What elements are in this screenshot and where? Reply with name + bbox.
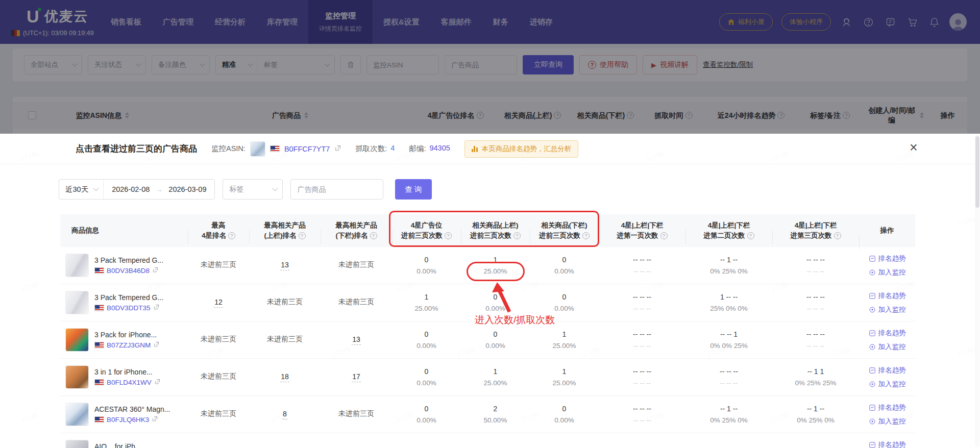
modal-query-button[interactable]: 查 询 [395,179,431,200]
product-info-cell: 3 in 1 for iPhone... B0FLD4X1WV [60,365,188,389]
help-icon[interactable] [299,232,306,239]
rank-trend-link[interactable]: 排名趋势 [869,366,906,375]
external-link-icon[interactable] [152,267,158,275]
product-image[interactable] [65,254,89,277]
page2-count-cell: 1 -- --25% 0% 0% [685,293,772,312]
external-link-icon[interactable] [154,379,160,386]
rank-trend-link[interactable]: 排名趋势 [869,440,906,448]
range-preset-select[interactable]: 近30天 [59,180,104,199]
bar-chart-icon [472,146,478,152]
row-actions-cell: 排名趋势 加入监控 [859,366,915,389]
product-image[interactable] [65,440,89,448]
product-info-cell: ACESTAR 360° Magn... B0FJLQ6HK3 [60,403,188,426]
external-link-icon[interactable] [334,145,341,153]
trend-chart-icon [869,255,876,262]
col-page1-count: 4星|上栏|下栏进第一页次数 [599,220,685,241]
asin-label: 监控ASIN: [211,144,246,154]
best-4star-cell[interactable]: 未进前三页 [188,335,249,345]
trend-chart-icon [869,441,876,448]
product-asin-link[interactable]: B0FLD4X1WV [107,379,152,386]
help-icon[interactable] [582,232,590,239]
product-title[interactable]: AIO... for iPh... [94,442,141,448]
external-link-icon[interactable] [152,416,158,424]
help-icon[interactable] [834,232,841,239]
page3-count-cell: -- -- ---- -- -- [772,330,859,350]
help-icon[interactable] [370,232,377,239]
help-icon[interactable] [660,232,668,239]
target-icon [869,381,876,388]
best-related-top-cell[interactable]: 8 [249,410,321,419]
best-related-bottom-cell[interactable]: 13 [321,335,392,345]
start-date[interactable]: 2026-02-08 [112,185,150,193]
crawl-count-value: 4 [390,144,395,154]
product-title[interactable]: 3 in 1 for iPhone... [94,368,160,376]
page1-count-cell: -- -- ---- -- -- [599,367,685,387]
best-4star-cell[interactable]: 未进前三页 [188,260,249,270]
best-related-top-cell[interactable]: 未进前三页 [249,297,321,308]
external-link-icon[interactable] [153,341,159,349]
modal-scrollbar[interactable] [975,135,979,447]
count-related-top-cell: 00.00% [461,293,530,312]
modal-ad-product-input[interactable] [290,179,383,200]
product-title[interactable]: 3 Pack Tempered G... [94,293,163,302]
product-asin-link[interactable]: B0FJLQ6HK3 [107,416,149,424]
help-icon[interactable] [747,232,754,239]
best-related-top-cell[interactable]: 未进前三页 [249,335,321,345]
external-link-icon[interactable] [153,304,159,312]
modal-title: 点击查看进过前三页的广告商品 [76,143,197,155]
page: U 优麦云 (UTC+1): 03/09 09:19:49 销售看板 广告管理 … [0,0,980,448]
product-image[interactable] [65,291,89,314]
help-icon[interactable] [445,232,452,239]
best-4star-cell[interactable]: 未进前三页 [188,372,249,382]
close-icon[interactable]: × [910,141,918,155]
table-row: ACESTAR 360° Magn... B0FJLQ6HK3 未进前三页 8 … [60,396,915,433]
rank-trend-link[interactable]: 排名趋势 [869,254,906,263]
page-trend-summary-button[interactable]: 本页商品排名趋势，汇总分析 [464,140,579,158]
product-title[interactable]: 3 Pack for iPhone... [94,331,159,339]
add-monitor-link[interactable]: 加入监控 [869,305,906,314]
best-related-bottom-cell[interactable]: 未进前三页 [321,260,392,270]
rank-trend-link[interactable]: 排名趋势 [869,291,906,301]
scrollbar-thumb[interactable] [975,136,979,208]
add-monitor-link[interactable]: 加入监控 [869,268,906,277]
best-related-bottom-cell[interactable]: 未进前三页 [321,409,392,419]
add-monitor-link[interactable]: 加入监控 [869,417,906,426]
best-related-bottom-cell[interactable]: 17 [321,372,392,382]
trend-chart-icon [869,404,876,411]
help-icon[interactable] [228,232,235,239]
product-title[interactable]: 3 Pack Tempered G... [94,256,163,264]
best-related-top-cell[interactable]: 13 [249,261,321,270]
help-icon[interactable] [513,232,521,239]
best-4star-cell[interactable]: 12 [188,298,249,308]
rank-trend-link[interactable]: 排名趋势 [869,403,906,412]
col-best-4star: 最高4星排名 [188,220,249,241]
rank-trend-link[interactable]: 排名趋势 [869,329,906,338]
count-4star-cell: 125.00% [392,293,461,312]
product-asin-link[interactable]: B0DV3B46D8 [107,267,150,275]
count-4star-cell: 00.00% [392,330,461,350]
best-4star-cell[interactable]: 未进前三页 [188,409,249,419]
col-related-top-top3-count: 相关商品(上栏)进前三页次数 [461,220,530,241]
best-related-top-cell[interactable]: 18 [249,372,321,382]
trend-chart-icon [869,367,876,374]
add-monitor-link[interactable]: 加入监控 [869,380,906,389]
col-best-related-bottom: 最高相关产品(下栏)排名 [321,220,392,241]
product-image[interactable] [65,403,89,426]
product-image[interactable] [65,365,89,389]
date-range-picker: 近30天 2026-02-08 → 2026-03-09 [59,179,215,200]
end-date[interactable]: 2026-03-09 [168,185,206,193]
crawl-count-stat: 抓取次数: 4 [355,144,395,154]
modal-tag-select[interactable]: 标签 [223,179,283,200]
annotation-text: 进入次数/抓取次数 [475,313,555,327]
zip-value: 94305 [429,144,450,154]
us-flag-icon [94,305,104,311]
add-monitor-link[interactable]: 加入监控 [869,342,906,352]
col-page3-count: 4星|上栏|下栏进第三页次数 [772,220,859,241]
best-related-bottom-cell[interactable]: 未进前三页 [321,297,392,308]
product-asin-link[interactable]: B07ZZJ3GNM [107,341,151,349]
product-image[interactable] [65,328,89,352]
col-modal-actions: 操作 [859,226,915,236]
product-asin-link[interactable]: B0DV3DDT35 [107,304,151,312]
asin-link[interactable]: B0FFCF7YT7 [284,145,330,153]
product-title[interactable]: ACESTAR 360° Magn... [94,405,170,413]
